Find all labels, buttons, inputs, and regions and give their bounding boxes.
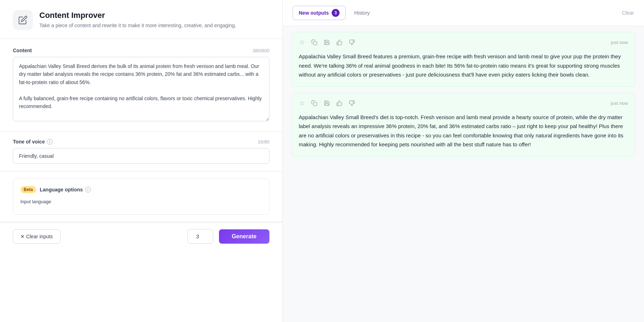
clear-outputs-button[interactable]: Clear [622,10,634,16]
svg-rect-1 [313,102,317,106]
card-text-1: Appalachia Valley Small Breed features a… [299,52,628,79]
thumbup-icon [336,39,342,45]
card-text-2: Appalachian Valley Small Breed's diet is… [299,113,628,149]
svg-rect-0 [313,42,317,45]
tone-count: 16/80 [258,139,269,145]
card-toolbar: ☆ just now [299,38,628,47]
card-timestamp-1: just now [611,40,628,45]
language-info-icon[interactable]: i [85,187,91,192]
tool-title: Content Improver [39,11,236,20]
card-toolbar: ☆ just now [299,99,628,108]
outputs-list: ☆ just now Appalachia Valley Small Breed… [283,26,644,322]
save-button[interactable] [323,99,331,107]
tab-history[interactable]: History [348,7,376,19]
content-count: 380/800 [253,48,269,53]
tool-icon-wrap [13,10,33,30]
input-language-label: Input language [20,199,262,204]
quantity-input[interactable] [187,229,213,244]
content-section: Content 380/800 Appalachian Valley Small… [0,39,282,132]
save-button[interactable] [323,39,331,46]
tone-info-icon[interactable]: i [47,139,53,145]
thumbup-icon [336,100,342,106]
thumbdown-button[interactable] [348,99,356,107]
tool-description: Take a piece of content and rewrite it t… [39,22,236,29]
copy-button[interactable] [311,99,318,107]
beta-badge: Beta [20,186,36,193]
tone-label-row: Tone of voice i 16/80 [13,139,269,145]
generate-button[interactable]: Generate [219,229,269,244]
content-label: Content [13,48,32,53]
star-button[interactable]: ☆ [299,99,306,108]
card-timestamp-2: just now [611,101,628,106]
tool-header: Content Improver Take a piece of content… [0,0,282,39]
content-field-header: Content 380/800 [13,48,269,53]
tone-label-left: Tone of voice i [13,139,53,145]
output-card: ☆ just now Appalachia Valley Small Breed… [291,32,635,87]
copy-icon [311,39,317,45]
tone-section: Tone of voice i 16/80 [0,132,282,171]
copy-button[interactable] [311,39,318,46]
thumbup-button[interactable] [336,99,343,107]
left-panel: Content Improver Take a piece of content… [0,0,283,322]
tab-new-outputs[interactable]: New outputs 3 [293,6,346,20]
right-panel: New outputs 3 History Clear ☆ [283,0,644,322]
thumbdown-icon [349,100,355,106]
output-header: New outputs 3 History Clear [283,0,644,26]
clear-inputs-button[interactable]: ✕ Clear inputs [13,229,60,244]
content-textarea[interactable]: Appalachian Valley Small Breed derives t… [13,57,269,121]
pencil-icon [18,15,28,25]
language-header: Beta Language options i [20,186,262,193]
tool-info: Content Improver Take a piece of content… [39,11,236,29]
tab-new-outputs-label: New outputs [299,10,329,16]
save-icon [324,39,330,45]
tab-new-outputs-count: 3 [332,9,340,17]
output-card: ☆ just now Appalachian Valley Small Bree… [291,93,635,157]
language-section: Beta Language options i Input language [0,171,282,222]
star-button[interactable]: ☆ [299,38,306,47]
save-icon [324,100,330,106]
thumbup-button[interactable] [336,39,343,46]
thumbdown-icon [349,39,355,45]
language-box: Beta Language options i Input language [13,179,269,215]
thumbdown-button[interactable] [348,39,356,46]
tone-input[interactable] [13,148,269,164]
copy-icon [311,100,317,106]
bottom-bar: ✕ Clear inputs Generate [0,222,282,250]
tone-label: Tone of voice [13,139,45,145]
language-options-title: Language options i [40,187,91,192]
